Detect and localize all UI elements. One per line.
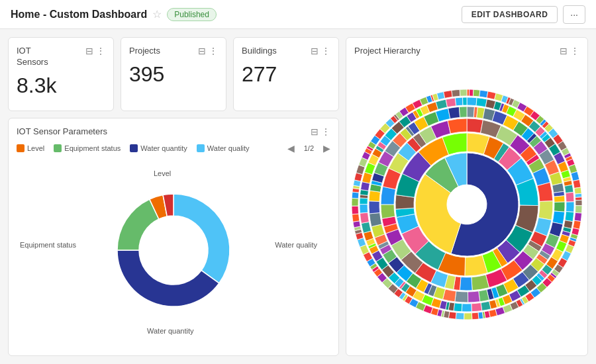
more-icon[interactable]: ⋮ [209, 46, 218, 56]
iot-sensors-card: IOTSensors ⊟ ⋮ 8.3k [8, 37, 114, 111]
donut-label-level: Level [154, 169, 171, 177]
prev-page-button[interactable]: ◀ [287, 143, 295, 154]
donut-label-equipment-status: Equipment status [20, 241, 76, 249]
star-icon[interactable]: ☆ [152, 8, 162, 21]
card-header: Project Hierarchy ⊟ ⋮ [354, 46, 579, 57]
more-icon[interactable]: ⋮ [321, 126, 330, 137]
filter-icon[interactable]: ⊟ [85, 46, 93, 56]
filter-icon[interactable]: ⊟ [198, 46, 206, 56]
legend-item: Water quantity [130, 144, 187, 152]
projects-value: 395 [129, 62, 218, 87]
projects-card: Projects ⊟ ⋮ 395 [121, 37, 226, 111]
card-icons: ⊟ ⋮ [311, 126, 330, 137]
card-header: Projects ⊟ ⋮ [129, 46, 218, 57]
card-header: Buildings ⊟ ⋮ [242, 46, 330, 57]
card-icons: ⊟ ⋮ [198, 46, 218, 56]
iot-sensors-title: IOTSensors [17, 46, 48, 68]
more-icon[interactable]: ⋮ [96, 46, 105, 56]
page-title: Home - Custom Dashboard [11, 9, 147, 21]
card-header: IOT Sensor Parameters ⊟ ⋮ [17, 126, 330, 138]
legend-item: Equipment status [54, 144, 121, 152]
more-icon[interactable]: ⋮ [570, 46, 579, 56]
card-header: IOTSensors ⊟ ⋮ [17, 46, 105, 68]
project-hierarchy-card: Project Hierarchy ⊟ ⋮ [346, 37, 588, 356]
main-content: IOTSensors ⊟ ⋮ 8.3k Projects ⊟ ⋮ 395 Bui… [0, 29, 596, 364]
buildings-title: Buildings [242, 46, 277, 57]
card-icons: ⊟ ⋮ [85, 46, 105, 56]
card-icons: ⊟ ⋮ [560, 46, 579, 56]
iot-sensors-value: 8.3k [17, 73, 105, 98]
published-badge: Published [167, 8, 217, 21]
header: Home - Custom Dashboard ☆ Published EDIT… [0, 0, 596, 29]
more-options-button[interactable]: ··· [563, 5, 585, 24]
legend-item: Water quality [197, 144, 250, 152]
hierarchy-chart [354, 62, 579, 347]
page-indicator: 1/2 [304, 144, 314, 152]
edit-dashboard-button[interactable]: EDIT DASHBOARD [462, 6, 558, 23]
donut-label-water-quality: Water quality [275, 241, 317, 249]
next-page-button[interactable]: ▶ [323, 143, 330, 154]
params-title: IOT Sensor Parameters [17, 126, 107, 138]
filter-icon[interactable]: ⊟ [311, 46, 319, 56]
donut-chart-container: Level Water quality Water quantity Equip… [17, 158, 330, 343]
donut-chart-svg [101, 177, 246, 323]
buildings-card: Buildings ⊟ ⋮ 277 [233, 37, 339, 111]
header-left: Home - Custom Dashboard ☆ Published [11, 8, 217, 21]
iot-params-card: IOT Sensor Parameters ⊟ ⋮ LevelEquipment… [8, 118, 339, 356]
projects-title: Projects [129, 46, 160, 57]
filter-icon[interactable]: ⊟ [560, 46, 568, 56]
legend-item: Level [17, 144, 44, 152]
donut-label-water-quantity: Water quantity [147, 327, 194, 335]
header-right: EDIT DASHBOARD ··· [462, 5, 585, 24]
card-icons: ⊟ ⋮ [311, 46, 330, 56]
sunburst-svg [354, 66, 579, 343]
hierarchy-title: Project Hierarchy [354, 46, 421, 57]
params-legend: LevelEquipment statusWater quantityWater… [17, 143, 330, 154]
buildings-value: 277 [242, 62, 330, 87]
more-icon[interactable]: ⋮ [321, 46, 330, 56]
filter-icon[interactable]: ⊟ [311, 126, 319, 137]
svg-point-0 [448, 186, 485, 223]
